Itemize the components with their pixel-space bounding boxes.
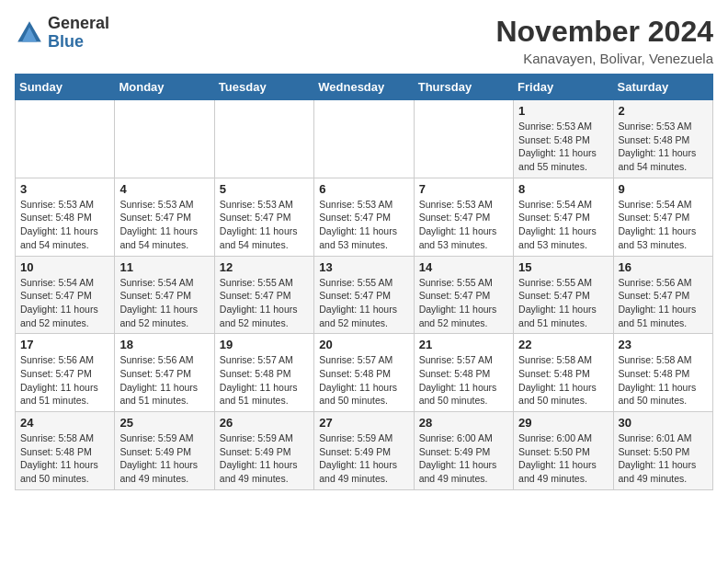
day-info: Sunrise: 5:58 AMSunset: 5:48 PMDaylight:… — [619, 353, 708, 408]
calendar-week-row: 3Sunrise: 5:53 AMSunset: 5:48 PMDaylight… — [16, 178, 713, 256]
calendar-cell: 12Sunrise: 5:55 AMSunset: 5:47 PMDayligh… — [214, 256, 313, 334]
day-info: Sunrise: 5:54 AMSunset: 5:47 PMDaylight:… — [619, 198, 708, 252]
title-section: November 2024 Kanavayen, Bolivar, Venezu… — [495, 15, 713, 66]
calendar-header-friday: Friday — [514, 75, 613, 100]
day-number: 8 — [518, 182, 608, 196]
day-number: 4 — [119, 182, 209, 196]
calendar-cell: 23Sunrise: 5:58 AMSunset: 5:48 PMDayligh… — [613, 334, 712, 412]
day-number: 5 — [220, 182, 309, 196]
day-info: Sunrise: 5:54 AMSunset: 5:47 PMDaylight:… — [119, 276, 209, 330]
calendar-week-row: 10Sunrise: 5:54 AMSunset: 5:47 PMDayligh… — [16, 256, 713, 334]
calendar-cell — [414, 100, 513, 178]
calendar-cell: 29Sunrise: 6:00 AMSunset: 5:50 PMDayligh… — [514, 412, 613, 490]
calendar-cell: 19Sunrise: 5:57 AMSunset: 5:48 PMDayligh… — [214, 334, 313, 412]
calendar-cell: 18Sunrise: 5:56 AMSunset: 5:47 PMDayligh… — [115, 334, 214, 412]
day-number: 9 — [619, 182, 708, 196]
day-info: Sunrise: 5:55 AMSunset: 5:47 PMDaylight:… — [319, 276, 408, 330]
calendar-cell — [214, 100, 313, 178]
calendar-cell: 24Sunrise: 5:58 AMSunset: 5:48 PMDayligh… — [16, 412, 115, 490]
day-number: 14 — [419, 260, 508, 274]
calendar-cell: 9Sunrise: 5:54 AMSunset: 5:47 PMDaylight… — [613, 178, 712, 256]
calendar-table: SundayMondayTuesdayWednesdayThursdayFrid… — [15, 74, 713, 490]
calendar-cell: 5Sunrise: 5:53 AMSunset: 5:47 PMDaylight… — [214, 178, 313, 256]
calendar-cell: 3Sunrise: 5:53 AMSunset: 5:48 PMDaylight… — [16, 178, 115, 256]
day-info: Sunrise: 5:57 AMSunset: 5:48 PMDaylight:… — [220, 353, 309, 408]
calendar-cell: 30Sunrise: 6:01 AMSunset: 5:50 PMDayligh… — [613, 412, 712, 490]
logo-icon — [15, 18, 44, 48]
day-info: Sunrise: 5:57 AMSunset: 5:48 PMDaylight:… — [419, 353, 508, 408]
day-number: 12 — [220, 260, 309, 274]
calendar-cell: 28Sunrise: 6:00 AMSunset: 5:49 PMDayligh… — [414, 412, 513, 490]
day-number: 29 — [518, 416, 608, 430]
day-info: Sunrise: 5:58 AMSunset: 5:48 PMDaylight:… — [518, 353, 608, 408]
day-number: 24 — [20, 416, 109, 430]
calendar-cell: 13Sunrise: 5:55 AMSunset: 5:47 PMDayligh… — [314, 256, 414, 334]
day-number: 15 — [518, 260, 608, 274]
calendar-week-row: 1Sunrise: 5:53 AMSunset: 5:48 PMDaylight… — [16, 100, 713, 178]
calendar-cell: 22Sunrise: 5:58 AMSunset: 5:48 PMDayligh… — [514, 334, 613, 412]
calendar-cell: 6Sunrise: 5:53 AMSunset: 5:47 PMDaylight… — [314, 178, 414, 256]
calendar-cell: 21Sunrise: 5:57 AMSunset: 5:48 PMDayligh… — [414, 334, 513, 412]
calendar-header-thursday: Thursday — [414, 75, 513, 100]
day-number: 21 — [419, 338, 508, 351]
logo-blue-text: Blue — [48, 32, 84, 51]
calendar-cell: 20Sunrise: 5:57 AMSunset: 5:48 PMDayligh… — [314, 334, 414, 412]
calendar-cell — [16, 100, 115, 178]
day-info: Sunrise: 5:54 AMSunset: 5:47 PMDaylight:… — [518, 198, 608, 252]
day-info: Sunrise: 5:55 AMSunset: 5:47 PMDaylight:… — [419, 276, 508, 330]
day-number: 3 — [20, 182, 109, 196]
day-number: 30 — [619, 416, 708, 430]
day-info: Sunrise: 5:54 AMSunset: 5:47 PMDaylight:… — [20, 276, 109, 330]
day-info: Sunrise: 5:53 AMSunset: 5:48 PMDaylight:… — [518, 120, 608, 174]
day-info: Sunrise: 5:56 AMSunset: 5:47 PMDaylight:… — [119, 353, 209, 408]
logo: General Blue — [15, 15, 109, 52]
calendar-cell: 4Sunrise: 5:53 AMSunset: 5:47 PMDaylight… — [115, 178, 214, 256]
day-number: 6 — [319, 182, 408, 196]
calendar-week-row: 17Sunrise: 5:56 AMSunset: 5:47 PMDayligh… — [16, 334, 713, 412]
calendar-cell: 17Sunrise: 5:56 AMSunset: 5:47 PMDayligh… — [16, 334, 115, 412]
day-info: Sunrise: 5:59 AMSunset: 5:49 PMDaylight:… — [319, 431, 408, 486]
location-text: Kanavayen, Bolivar, Venezuela — [495, 51, 713, 66]
calendar-cell: 16Sunrise: 5:56 AMSunset: 5:47 PMDayligh… — [613, 256, 712, 334]
day-info: Sunrise: 5:53 AMSunset: 5:48 PMDaylight:… — [20, 198, 109, 252]
day-number: 16 — [619, 260, 708, 274]
day-info: Sunrise: 5:55 AMSunset: 5:47 PMDaylight:… — [220, 276, 309, 330]
calendar-header-wednesday: Wednesday — [314, 75, 414, 100]
calendar-week-row: 24Sunrise: 5:58 AMSunset: 5:48 PMDayligh… — [16, 412, 713, 490]
day-number: 19 — [220, 338, 309, 351]
calendar-cell: 11Sunrise: 5:54 AMSunset: 5:47 PMDayligh… — [115, 256, 214, 334]
day-number: 20 — [319, 338, 408, 351]
day-info: Sunrise: 6:00 AMSunset: 5:50 PMDaylight:… — [518, 431, 608, 486]
day-info: Sunrise: 5:53 AMSunset: 5:47 PMDaylight:… — [319, 198, 408, 252]
day-info: Sunrise: 5:56 AMSunset: 5:47 PMDaylight:… — [619, 276, 708, 330]
day-info: Sunrise: 5:53 AMSunset: 5:47 PMDaylight:… — [220, 198, 309, 252]
day-number: 18 — [119, 338, 209, 351]
day-info: Sunrise: 5:59 AMSunset: 5:49 PMDaylight:… — [220, 431, 309, 486]
day-number: 2 — [619, 104, 708, 118]
month-title: November 2024 — [495, 15, 713, 49]
calendar-cell: 2Sunrise: 5:53 AMSunset: 5:48 PMDaylight… — [613, 100, 712, 178]
day-info: Sunrise: 5:57 AMSunset: 5:48 PMDaylight:… — [319, 353, 408, 408]
day-info: Sunrise: 5:55 AMSunset: 5:47 PMDaylight:… — [518, 276, 608, 330]
calendar-cell: 15Sunrise: 5:55 AMSunset: 5:47 PMDayligh… — [514, 256, 613, 334]
calendar-cell — [115, 100, 214, 178]
calendar-cell: 8Sunrise: 5:54 AMSunset: 5:47 PMDaylight… — [514, 178, 613, 256]
day-info: Sunrise: 5:53 AMSunset: 5:47 PMDaylight:… — [419, 198, 508, 252]
calendar-header-sunday: Sunday — [16, 75, 115, 100]
calendar-cell: 25Sunrise: 5:59 AMSunset: 5:49 PMDayligh… — [115, 412, 214, 490]
page-header: General Blue November 2024 Kanavayen, Bo… — [15, 15, 713, 66]
day-number: 10 — [20, 260, 109, 274]
calendar-cell: 10Sunrise: 5:54 AMSunset: 5:47 PMDayligh… — [16, 256, 115, 334]
day-info: Sunrise: 5:56 AMSunset: 5:47 PMDaylight:… — [20, 353, 109, 408]
calendar-cell: 14Sunrise: 5:55 AMSunset: 5:47 PMDayligh… — [414, 256, 513, 334]
logo-general-text: General — [48, 14, 109, 32]
day-number: 27 — [319, 416, 408, 430]
calendar-cell — [314, 100, 414, 178]
calendar-cell: 1Sunrise: 5:53 AMSunset: 5:48 PMDaylight… — [514, 100, 613, 178]
calendar-cell: 27Sunrise: 5:59 AMSunset: 5:49 PMDayligh… — [314, 412, 414, 490]
day-info: Sunrise: 6:00 AMSunset: 5:49 PMDaylight:… — [419, 431, 508, 486]
day-number: 28 — [419, 416, 508, 430]
day-info: Sunrise: 5:53 AMSunset: 5:47 PMDaylight:… — [119, 198, 209, 252]
day-info: Sunrise: 6:01 AMSunset: 5:50 PMDaylight:… — [619, 431, 708, 486]
calendar-header-monday: Monday — [115, 75, 214, 100]
